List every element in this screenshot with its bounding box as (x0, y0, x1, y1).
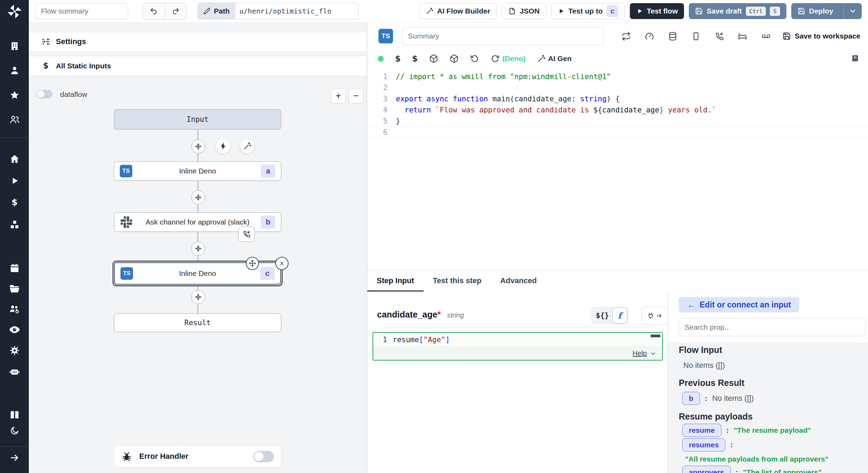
close-x-icon (278, 260, 285, 267)
path-button[interactable]: Path (198, 3, 235, 19)
expression-editor[interactable]: 1 resume["Age"] Help (373, 332, 663, 361)
save-draft-button[interactable]: Save draft Ctrl S (689, 3, 786, 19)
scrollbar-thumb[interactable] (651, 335, 660, 337)
early-stop-icon[interactable] (691, 32, 701, 41)
variables-dollar-button[interactable]: $ (395, 54, 401, 63)
insert-step-button[interactable] (191, 242, 205, 255)
plug-icon (647, 312, 654, 320)
docs-book-icon[interactable] (9, 410, 20, 420)
test-up-to-step-badge: c (607, 5, 618, 17)
code-editor[interactable]: 1// import * as wmill from "npm:windmill… (367, 68, 868, 270)
library-book-icon[interactable] (851, 54, 860, 63)
users-group-icon[interactable] (9, 114, 20, 125)
folders-icon[interactable] (9, 283, 20, 294)
redo-button[interactable] (165, 3, 186, 19)
prop-badge[interactable]: approvers (682, 466, 731, 473)
audit-eye-icon[interactable] (9, 324, 20, 336)
settings-gear-icon[interactable] (9, 345, 20, 356)
favorites-star-icon[interactable] (9, 90, 20, 100)
expand-sidebar-arrow-icon[interactable] (9, 453, 20, 463)
zoom-in-button[interactable]: + (331, 88, 346, 103)
step-summary-input[interactable] (402, 27, 603, 45)
error-handler-toggle[interactable] (253, 451, 274, 462)
prop-badge[interactable]: resumes (682, 438, 725, 451)
reset-history-icon[interactable] (470, 54, 479, 63)
test-flow-label: Test flow (647, 7, 678, 15)
resources-cubes-icon[interactable] (9, 219, 20, 230)
edit-or-connect-button[interactable]: ← Edit or connect an input (679, 297, 799, 312)
input-node[interactable]: Input (114, 109, 281, 129)
tab-test-this-step[interactable]: Test this step (424, 270, 491, 292)
test-flow-button[interactable]: Test flow (630, 3, 684, 19)
step-node-a[interactable]: TS Inline Deno a (114, 161, 281, 181)
ai-flow-builder-label: AI Flow Builder (437, 7, 490, 15)
template-mode-button[interactable]: ${} (596, 311, 609, 320)
prop-badge[interactable]: b (682, 392, 700, 405)
previous-result-value: No items ([]) (712, 394, 754, 403)
code-line: 3export async function main(candidate_ag… (367, 93, 868, 104)
flow-summary-input[interactable] (35, 3, 128, 19)
move-step-button[interactable] (246, 257, 259, 270)
retry-repeat-icon[interactable] (621, 32, 631, 41)
path-input[interactable] (235, 3, 358, 19)
expression-line: 1 resume["Age"] (373, 333, 662, 347)
test-up-to-button[interactable]: Test up to c (551, 3, 625, 19)
flow-settings-button[interactable]: Settings (29, 32, 367, 51)
suspend-phone-incoming-icon[interactable] (715, 32, 724, 41)
user-icon[interactable] (9, 65, 20, 76)
insert-step-button[interactable] (191, 290, 205, 304)
save-to-workspace-button[interactable]: Save to workspace (783, 32, 860, 40)
settings-label: Settings (56, 37, 86, 46)
dataflow-toggle[interactable] (36, 90, 52, 99)
deploy-button[interactable]: Deploy (791, 3, 840, 19)
step-config-section: Step Input Test this step Advanced candi… (367, 270, 868, 473)
home-icon[interactable] (9, 154, 20, 164)
groups-gear-icon[interactable] (9, 303, 20, 315)
dark-mode-moon-icon[interactable] (10, 426, 19, 436)
sidebar: $ (0, 0, 29, 473)
function-mode-button[interactable]: f (612, 307, 627, 323)
ai-flow-builder-button[interactable]: AI Flow Builder (419, 3, 497, 19)
zoom-out-button[interactable]: − (349, 88, 364, 103)
result-node[interactable]: Result (114, 313, 281, 332)
arrow-right-icon (656, 312, 663, 319)
trigger-button[interactable] (216, 139, 231, 153)
runs-play-icon[interactable] (10, 176, 19, 186)
workspace-building-icon[interactable] (9, 41, 20, 51)
windmill-logo-icon[interactable] (7, 3, 23, 19)
tab-step-input[interactable]: Step Input (367, 270, 424, 292)
all-static-inputs-button[interactable]: $ All Static Inputs (29, 56, 367, 76)
undo-button[interactable] (143, 3, 165, 19)
delete-step-button[interactable] (275, 257, 289, 270)
variables-dollar-icon[interactable]: $ (9, 197, 20, 208)
concurrency-gauge-icon[interactable] (645, 32, 654, 41)
search-prop-input[interactable] (679, 318, 866, 336)
ai-gen-button[interactable]: AI Gen (537, 54, 572, 63)
package-icon[interactable] (450, 54, 459, 63)
cache-database-icon[interactable] (668, 32, 677, 41)
insert-step-button[interactable] (191, 191, 205, 204)
ai-wand-button[interactable] (240, 139, 254, 153)
package-icon[interactable] (429, 54, 438, 63)
argument-row: candidate_age * string (377, 310, 464, 320)
step-node-b[interactable]: Ask channel for approval (slack) b (114, 212, 281, 232)
json-button[interactable]: JSON (502, 3, 546, 19)
resources-dollar-button[interactable]: $ (412, 54, 418, 63)
refresh-runtime-icon[interactable]: (Deno) (491, 54, 526, 63)
chevron-down-icon (849, 7, 857, 15)
expression-help-button[interactable]: Help (633, 349, 657, 357)
kbd-s: S (770, 7, 780, 16)
insert-step-button[interactable] (191, 140, 205, 153)
runtime-label: (Deno) (502, 54, 526, 63)
ai-robot-icon[interactable] (9, 366, 20, 378)
flow-input-empty: No items ([]) (683, 361, 725, 370)
mock-voicemail-icon[interactable] (761, 32, 771, 41)
deploy-dropdown-button[interactable] (843, 3, 862, 19)
topbar-actions: AI Flow Builder JSON Test up to c Test f… (419, 3, 862, 19)
connect-input-plug-button[interactable] (641, 307, 668, 325)
sleep-bed-icon[interactable] (738, 32, 747, 41)
tab-advanced[interactable]: Advanced (491, 270, 546, 292)
schedules-calendar-icon[interactable] (9, 263, 20, 273)
dataflow-toggle-row: dataflow (36, 90, 87, 99)
prop-badge[interactable]: resume (682, 424, 721, 437)
